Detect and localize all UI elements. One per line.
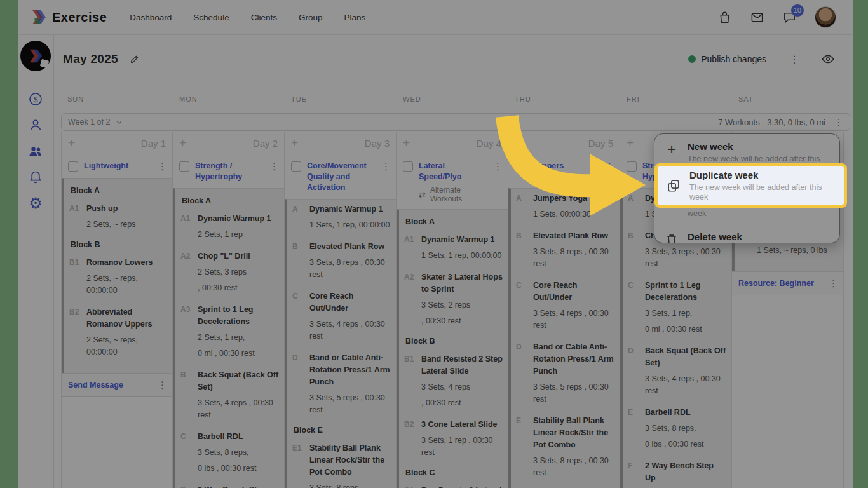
copy-icon [667,179,681,193]
highlighted-duplicate-week-item[interactable]: Duplicate week The new week will be adde… [654,163,847,208]
app-window: Exercise Dashboard Schedule Clients Grou… [18,0,853,488]
menu-item-label: Duplicate week [689,170,835,180]
menu-item-desc: The new week will be added after this we… [689,183,835,202]
dim-overlay [18,0,853,488]
desktop-background: Exercise Dashboard Schedule Clients Grou… [0,0,868,488]
annotation-arrow-icon [488,100,660,227]
